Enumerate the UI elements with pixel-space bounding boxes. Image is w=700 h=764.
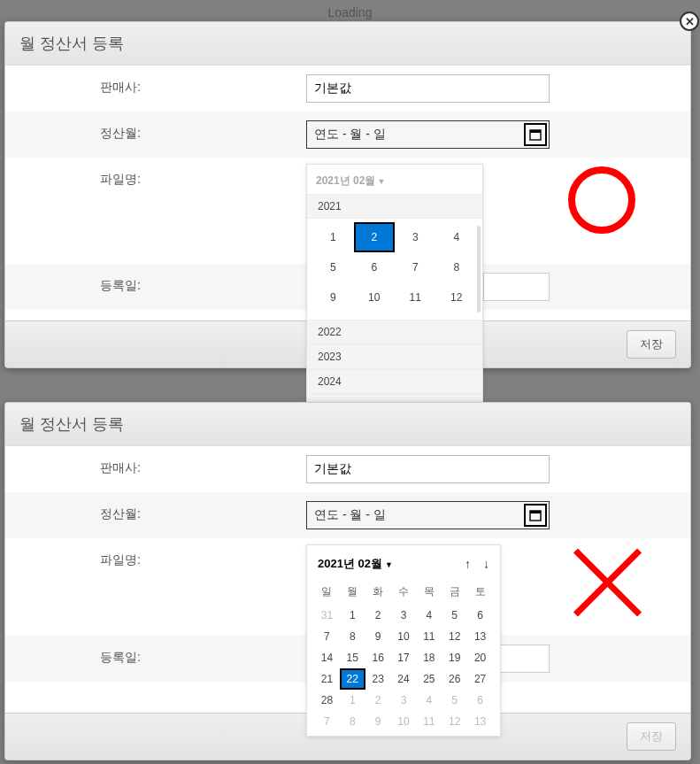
day-picker-title[interactable]: 2021년 02월▼ <box>318 556 393 572</box>
day-cell[interactable]: 5 <box>442 605 467 626</box>
input-regdate[interactable] <box>483 273 550 301</box>
day-cell[interactable]: 25 <box>416 668 442 690</box>
month-cell[interactable]: 7 <box>395 252 436 282</box>
picker-header[interactable]: 2021년 02월▼ <box>307 165 482 194</box>
month-grid: 123456789101112 <box>307 219 482 320</box>
day-cell[interactable]: 8 <box>340 711 365 732</box>
month-cell[interactable]: 8 <box>436 252 478 282</box>
row-month: 정산월: 연도 - 월 - 일 <box>5 112 690 158</box>
day-cell[interactable]: 11 <box>416 711 442 732</box>
day-row: 31123456 <box>314 605 493 626</box>
weekday-header: 일월화수목금토 <box>314 579 493 605</box>
label-regdate: 등록일: <box>5 644 235 666</box>
day-cell[interactable]: 1 <box>340 690 365 711</box>
input-seller[interactable] <box>306 455 550 483</box>
close-icon[interactable]: ✕ <box>680 12 699 31</box>
month-year-picker: 2021년 02월▼ 2021 123456789101112 20222023… <box>306 164 483 420</box>
calendar-icon[interactable] <box>524 504 547 527</box>
month-cell[interactable]: 6 <box>354 252 396 282</box>
year-row[interactable]: 2022 <box>307 320 482 344</box>
day-cell[interactable]: 10 <box>391 711 417 732</box>
day-cell[interactable]: 24 <box>391 668 417 690</box>
day-cell[interactable]: 31 <box>314 605 340 626</box>
day-row: 78910111213 <box>314 626 493 647</box>
day-cell[interactable]: 11 <box>416 626 442 647</box>
calendar-icon[interactable] <box>524 123 547 146</box>
weekday-cell: 목 <box>416 579 442 605</box>
day-cell[interactable]: 6 <box>467 605 493 626</box>
day-cell[interactable]: 1 <box>340 605 365 626</box>
day-cell[interactable]: 13 <box>467 626 493 647</box>
day-cell[interactable]: 21 <box>314 668 340 690</box>
day-cell[interactable]: 8 <box>340 626 365 647</box>
label-seller: 판매사: <box>5 74 235 96</box>
svg-rect-1 <box>530 130 541 133</box>
month-cell[interactable]: 2 <box>354 222 396 252</box>
day-grid: 3112345678910111213141516171819202122232… <box>314 605 493 732</box>
year-row[interactable]: 2024 <box>307 369 482 394</box>
day-cell[interactable]: 14 <box>314 647 340 668</box>
day-cell[interactable]: 4 <box>416 690 442 711</box>
day-cell[interactable]: 3 <box>391 605 417 626</box>
day-cell[interactable]: 17 <box>391 647 417 668</box>
day-cell[interactable]: 15 <box>340 647 365 668</box>
day-cell[interactable]: 19 <box>442 647 467 668</box>
day-cell[interactable]: 2 <box>365 605 391 626</box>
month-cell[interactable]: 12 <box>436 282 478 313</box>
day-cell[interactable]: 16 <box>365 647 391 668</box>
day-cell[interactable]: 6 <box>467 690 493 711</box>
day-cell[interactable]: 23 <box>365 668 391 690</box>
dialog-monthly-register-alt: 월 정산서 등록 판매사: 정산월: 연도 - 월 - 일 파일명: <box>4 402 691 760</box>
save-button[interactable]: 저장 <box>627 722 676 751</box>
day-cell[interactable]: 10 <box>391 626 417 647</box>
month-cell[interactable]: 4 <box>436 222 478 252</box>
month-cell[interactable]: 9 <box>312 282 354 313</box>
day-cell[interactable]: 18 <box>416 647 442 668</box>
input-month[interactable]: 연도 - 월 - 일 <box>306 501 550 529</box>
day-cell[interactable]: 7 <box>314 626 340 647</box>
day-cell[interactable]: 3 <box>391 690 417 711</box>
day-cell[interactable]: 4 <box>416 605 442 626</box>
day-cell[interactable]: 12 <box>442 626 467 647</box>
annotation-incorrect-x <box>567 543 647 622</box>
day-cell[interactable]: 22 <box>340 668 365 690</box>
day-cell[interactable]: 5 <box>442 690 467 711</box>
input-seller[interactable] <box>306 74 550 103</box>
weekday-cell: 토 <box>467 579 493 605</box>
input-month[interactable]: 연도 - 월 - 일 <box>306 120 550 149</box>
day-cell[interactable]: 27 <box>467 668 493 690</box>
day-row: 28123456 <box>314 690 493 711</box>
caret-down-icon: ▼ <box>377 177 385 186</box>
save-button[interactable]: 저장 <box>627 330 676 359</box>
input-month-text: 연도 - 월 - 일 <box>307 504 522 527</box>
day-cell[interactable]: 28 <box>314 690 340 711</box>
day-cell[interactable]: 20 <box>467 647 493 668</box>
next-month-icon[interactable]: ↓ <box>483 557 489 571</box>
day-cell[interactable]: 26 <box>442 668 467 690</box>
day-row: 78910111213 <box>314 711 493 732</box>
prev-month-icon[interactable]: ↑ <box>465 557 471 571</box>
annotation-correct-circle <box>568 166 635 234</box>
month-cell[interactable]: 10 <box>354 282 396 313</box>
row-seller: 판매사: <box>5 66 690 112</box>
day-cell[interactable]: 9 <box>365 711 391 732</box>
input-month-text: 연도 - 월 - 일 <box>307 123 522 146</box>
month-cell[interactable]: 1 <box>312 222 354 252</box>
day-cell[interactable]: 9 <box>365 626 391 647</box>
day-cell[interactable]: 2 <box>365 690 391 711</box>
loading-text: Loading <box>328 5 373 19</box>
month-cell[interactable]: 3 <box>395 222 436 252</box>
day-cell[interactable]: 13 <box>467 711 493 732</box>
svg-rect-3 <box>530 511 541 513</box>
label-filename: 파일명: <box>5 166 235 188</box>
scrollbar[interactable] <box>477 226 481 313</box>
label-filename: 파일명: <box>5 547 235 568</box>
year-header-current[interactable]: 2021 <box>307 194 482 219</box>
year-row[interactable]: 2023 <box>307 344 482 369</box>
day-cell[interactable]: 7 <box>314 711 340 732</box>
weekday-cell: 일 <box>314 579 340 605</box>
month-cell[interactable]: 5 <box>312 252 354 282</box>
dialog-title: 월 정산서 등록 <box>5 403 690 446</box>
month-cell[interactable]: 11 <box>395 282 436 313</box>
day-cell[interactable]: 12 <box>442 711 467 732</box>
